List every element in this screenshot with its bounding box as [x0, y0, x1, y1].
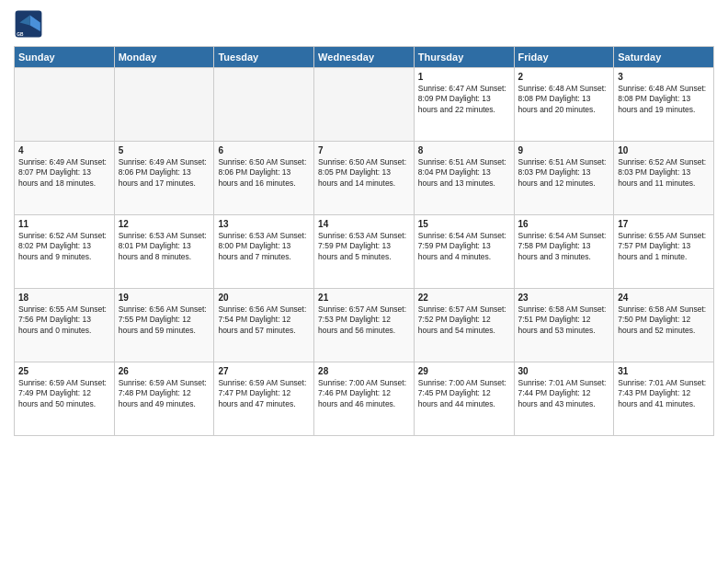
day-number: 30	[518, 366, 610, 376]
calendar-cell: 17Sunrise: 6:55 AM Sunset: 7:57 PM Dayli…	[614, 215, 714, 289]
day-number: 22	[418, 293, 510, 303]
day-info: Sunrise: 6:53 AM Sunset: 8:01 PM Dayligh…	[119, 231, 210, 262]
day-info: Sunrise: 6:59 AM Sunset: 7:49 PM Dayligh…	[18, 378, 110, 409]
day-info: Sunrise: 6:57 AM Sunset: 7:53 PM Dayligh…	[318, 304, 410, 336]
day-info: Sunrise: 7:00 AM Sunset: 7:46 PM Dayligh…	[318, 378, 410, 409]
calendar-cell: 3Sunrise: 6:48 AM Sunset: 8:08 PM Daylig…	[614, 68, 714, 142]
header: GB	[14, 9, 714, 39]
col-header-monday: Monday	[114, 47, 214, 68]
calendar-cell: 6Sunrise: 6:50 AM Sunset: 8:06 PM Daylig…	[214, 142, 314, 215]
day-number: 5	[119, 145, 210, 155]
day-info: Sunrise: 6:53 AM Sunset: 8:00 PM Dayligh…	[218, 231, 310, 262]
day-info: Sunrise: 7:00 AM Sunset: 7:45 PM Dayligh…	[418, 378, 510, 409]
day-number: 24	[618, 293, 710, 303]
day-number: 10	[618, 145, 710, 155]
day-number: 21	[318, 293, 410, 303]
day-info: Sunrise: 6:54 AM Sunset: 7:58 PM Dayligh…	[518, 231, 610, 262]
col-header-saturday: Saturday	[614, 47, 714, 68]
calendar-cell: 28Sunrise: 7:00 AM Sunset: 7:46 PM Dayli…	[314, 362, 415, 436]
calendar-cell: 18Sunrise: 6:55 AM Sunset: 7:56 PM Dayli…	[15, 289, 115, 362]
day-number: 4	[18, 145, 110, 155]
day-info: Sunrise: 6:49 AM Sunset: 8:07 PM Dayligh…	[18, 157, 110, 189]
day-info: Sunrise: 6:50 AM Sunset: 8:05 PM Dayligh…	[318, 157, 410, 189]
week-row-2: 4Sunrise: 6:49 AM Sunset: 8:07 PM Daylig…	[15, 142, 714, 215]
day-info: Sunrise: 6:52 AM Sunset: 8:03 PM Dayligh…	[618, 157, 710, 189]
day-number: 19	[119, 293, 210, 303]
day-number: 11	[18, 219, 110, 229]
day-number: 27	[218, 366, 310, 376]
day-info: Sunrise: 6:47 AM Sunset: 8:09 PM Dayligh…	[418, 84, 510, 115]
day-number: 1	[418, 72, 510, 82]
day-info: Sunrise: 6:54 AM Sunset: 7:59 PM Dayligh…	[418, 231, 510, 262]
day-info: Sunrise: 6:56 AM Sunset: 7:54 PM Dayligh…	[218, 304, 310, 336]
calendar-cell: 21Sunrise: 6:57 AM Sunset: 7:53 PM Dayli…	[314, 289, 415, 362]
calendar-cell: 12Sunrise: 6:53 AM Sunset: 8:01 PM Dayli…	[114, 215, 214, 289]
calendar-cell: 7Sunrise: 6:50 AM Sunset: 8:05 PM Daylig…	[314, 142, 415, 215]
logo-icon: GB	[14, 9, 43, 39]
day-info: Sunrise: 6:59 AM Sunset: 7:48 PM Dayligh…	[119, 378, 210, 409]
day-info: Sunrise: 6:52 AM Sunset: 8:02 PM Dayligh…	[18, 231, 110, 262]
calendar-cell: 16Sunrise: 6:54 AM Sunset: 7:58 PM Dayli…	[514, 215, 614, 289]
calendar-cell: 9Sunrise: 6:51 AM Sunset: 8:03 PM Daylig…	[514, 142, 614, 215]
week-row-1: 1Sunrise: 6:47 AM Sunset: 8:09 PM Daylig…	[15, 68, 714, 142]
calendar-cell: 23Sunrise: 6:58 AM Sunset: 7:51 PM Dayli…	[514, 289, 614, 362]
calendar-cell: 10Sunrise: 6:52 AM Sunset: 8:03 PM Dayli…	[614, 142, 714, 215]
calendar-cell: 19Sunrise: 6:56 AM Sunset: 7:55 PM Dayli…	[114, 289, 214, 362]
day-info: Sunrise: 6:59 AM Sunset: 7:47 PM Dayligh…	[218, 378, 310, 409]
header-row: SundayMondayTuesdayWednesdayThursdayFrid…	[15, 47, 714, 68]
calendar-cell: 4Sunrise: 6:49 AM Sunset: 8:07 PM Daylig…	[15, 142, 115, 215]
week-row-5: 25Sunrise: 6:59 AM Sunset: 7:49 PM Dayli…	[15, 362, 714, 436]
day-number: 14	[318, 219, 410, 229]
day-info: Sunrise: 6:49 AM Sunset: 8:06 PM Dayligh…	[119, 157, 210, 189]
day-info: Sunrise: 6:53 AM Sunset: 7:59 PM Dayligh…	[318, 231, 410, 262]
calendar-cell: 5Sunrise: 6:49 AM Sunset: 8:06 PM Daylig…	[114, 142, 214, 215]
col-header-wednesday: Wednesday	[314, 47, 415, 68]
day-number: 25	[18, 366, 110, 376]
calendar-cell: 25Sunrise: 6:59 AM Sunset: 7:49 PM Dayli…	[15, 362, 115, 436]
day-info: Sunrise: 6:51 AM Sunset: 8:03 PM Dayligh…	[518, 157, 610, 189]
day-number: 8	[418, 145, 510, 155]
day-number: 6	[218, 145, 310, 155]
day-number: 20	[218, 293, 310, 303]
col-header-thursday: Thursday	[414, 47, 514, 68]
day-number: 15	[418, 219, 510, 229]
calendar-cell: 8Sunrise: 6:51 AM Sunset: 8:04 PM Daylig…	[414, 142, 514, 215]
day-info: Sunrise: 6:58 AM Sunset: 7:51 PM Dayligh…	[518, 304, 610, 336]
day-number: 13	[218, 219, 310, 229]
week-row-3: 11Sunrise: 6:52 AM Sunset: 8:02 PM Dayli…	[15, 215, 714, 289]
calendar-cell	[15, 68, 115, 142]
day-info: Sunrise: 6:48 AM Sunset: 8:08 PM Dayligh…	[518, 84, 610, 115]
day-info: Sunrise: 7:01 AM Sunset: 7:43 PM Dayligh…	[618, 378, 710, 409]
day-number: 23	[518, 293, 610, 303]
calendar-cell: 20Sunrise: 6:56 AM Sunset: 7:54 PM Dayli…	[214, 289, 314, 362]
calendar-cell	[114, 68, 214, 142]
week-row-4: 18Sunrise: 6:55 AM Sunset: 7:56 PM Dayli…	[15, 289, 714, 362]
calendar-table: SundayMondayTuesdayWednesdayThursdayFrid…	[14, 46, 714, 436]
calendar-cell: 14Sunrise: 6:53 AM Sunset: 7:59 PM Dayli…	[314, 215, 415, 289]
day-number: 18	[18, 293, 110, 303]
calendar-cell: 1Sunrise: 6:47 AM Sunset: 8:09 PM Daylig…	[414, 68, 514, 142]
col-header-tuesday: Tuesday	[214, 47, 314, 68]
calendar-cell: 13Sunrise: 6:53 AM Sunset: 8:00 PM Dayli…	[214, 215, 314, 289]
calendar-cell: 31Sunrise: 7:01 AM Sunset: 7:43 PM Dayli…	[614, 362, 714, 436]
day-number: 31	[618, 366, 710, 376]
calendar-cell: 2Sunrise: 6:48 AM Sunset: 8:08 PM Daylig…	[514, 68, 614, 142]
day-info: Sunrise: 6:56 AM Sunset: 7:55 PM Dayligh…	[119, 304, 210, 336]
page: GB SundayMondayTuesdayWednesdayThursdayF…	[0, 0, 728, 563]
logo: GB	[14, 9, 47, 39]
day-number: 16	[518, 219, 610, 229]
day-number: 9	[518, 145, 610, 155]
calendar-cell: 26Sunrise: 6:59 AM Sunset: 7:48 PM Dayli…	[114, 362, 214, 436]
calendar-cell	[214, 68, 314, 142]
calendar-cell: 24Sunrise: 6:58 AM Sunset: 7:50 PM Dayli…	[614, 289, 714, 362]
calendar-cell: 27Sunrise: 6:59 AM Sunset: 7:47 PM Dayli…	[214, 362, 314, 436]
calendar-cell	[314, 68, 415, 142]
day-number: 12	[119, 219, 210, 229]
calendar-cell: 11Sunrise: 6:52 AM Sunset: 8:02 PM Dayli…	[15, 215, 115, 289]
day-info: Sunrise: 6:48 AM Sunset: 8:08 PM Dayligh…	[618, 84, 710, 115]
day-info: Sunrise: 6:55 AM Sunset: 7:56 PM Dayligh…	[18, 304, 110, 336]
day-info: Sunrise: 6:57 AM Sunset: 7:52 PM Dayligh…	[418, 304, 510, 336]
day-info: Sunrise: 6:50 AM Sunset: 8:06 PM Dayligh…	[218, 157, 310, 189]
day-number: 3	[618, 72, 710, 82]
svg-text:GB: GB	[17, 32, 24, 37]
